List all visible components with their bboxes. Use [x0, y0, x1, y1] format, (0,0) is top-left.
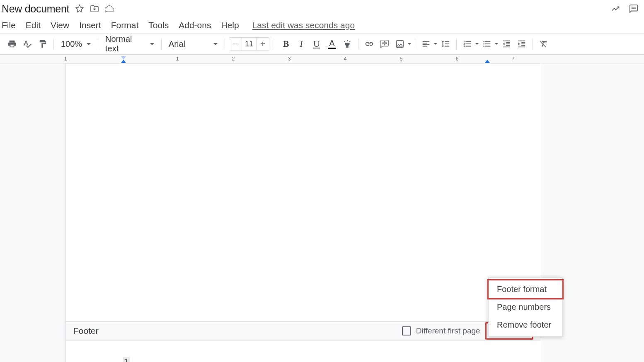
footer-options-menu: Footer format Page numbers Remove footer	[488, 278, 563, 337]
separator	[275, 39, 275, 49]
menu-opt-remove-footer[interactable]: Remove footer	[489, 316, 562, 334]
font-family-select[interactable]: Arial	[165, 39, 221, 49]
ruler-mark: 3	[288, 56, 291, 62]
menu-addons[interactable]: Add-ons	[179, 20, 211, 30]
align-left-icon	[419, 37, 433, 51]
zoom-select[interactable]: 100%	[58, 39, 94, 49]
highlight-color-button[interactable]	[340, 37, 354, 51]
decrease-indent-icon[interactable]	[499, 37, 513, 51]
menu-opt-footer-format[interactable]: Footer format	[487, 279, 564, 299]
comments-icon[interactable]	[629, 4, 638, 13]
last-edit-link[interactable]: Last edit was seconds ago	[252, 20, 355, 30]
left-indent-marker[interactable]	[121, 60, 126, 63]
insert-image-button[interactable]	[393, 37, 411, 51]
print-icon[interactable]	[5, 37, 19, 51]
decrease-font-size-button[interactable]: −	[229, 38, 242, 50]
bulleted-list-icon	[480, 37, 494, 51]
separator	[415, 39, 415, 49]
activity-icon[interactable]	[611, 4, 620, 13]
font-size-input[interactable]	[242, 38, 257, 50]
increase-font-size-button[interactable]: +	[257, 38, 269, 50]
first-line-indent-marker[interactable]	[121, 56, 126, 60]
zoom-value: 100%	[61, 39, 82, 49]
different-first-page-checkbox[interactable]	[402, 326, 411, 335]
ruler-mark: 1	[176, 56, 179, 62]
font-size-group: − +	[229, 37, 269, 51]
italic-button[interactable]: I	[294, 37, 308, 51]
spellcheck-icon[interactable]	[20, 37, 34, 51]
page[interactable]: Footer Different first page Options 1	[65, 64, 541, 362]
bulleted-list-button[interactable]	[480, 37, 498, 51]
ruler-mark: 6	[456, 56, 459, 62]
different-first-page-label: Different first page	[416, 326, 480, 335]
menu-help[interactable]: Help	[221, 20, 239, 30]
ruler-mark: 2	[232, 56, 235, 62]
document-title[interactable]: New document	[2, 3, 69, 15]
separator	[53, 39, 54, 49]
line-spacing-icon[interactable]	[438, 37, 453, 51]
menu-file[interactable]: File	[2, 20, 16, 30]
underline-button[interactable]: U	[310, 37, 324, 51]
menu-opt-page-numbers[interactable]: Page numbers	[489, 298, 562, 316]
ruler-mark: 1	[64, 56, 67, 62]
ruler-mark: 7	[512, 56, 515, 62]
ruler-mark: 4	[344, 56, 347, 62]
clear-formatting-icon[interactable]	[537, 37, 551, 51]
separator	[456, 39, 457, 49]
insert-link-icon[interactable]	[362, 37, 376, 51]
separator	[161, 39, 162, 49]
footer-label: Footer	[73, 326, 99, 336]
chevron-down-icon	[87, 43, 91, 45]
ruler-mark: 5	[400, 56, 403, 62]
footer-page-number[interactable]: 1	[123, 357, 130, 362]
menu-insert[interactable]: Insert	[79, 20, 101, 30]
ruler[interactable]: 1 1 2 3 4 5 6 7	[0, 55, 644, 64]
style-value: Normal text	[105, 34, 146, 53]
align-button[interactable]	[419, 37, 437, 51]
chevron-down-icon	[434, 43, 437, 45]
increase-indent-icon[interactable]	[515, 37, 529, 51]
paint-format-icon[interactable]	[36, 37, 50, 51]
separator	[358, 39, 358, 49]
paragraph-style-select[interactable]: Normal text	[102, 34, 157, 53]
chevron-down-icon	[495, 43, 498, 45]
menu-view[interactable]: View	[51, 20, 69, 30]
separator	[533, 39, 533, 49]
star-icon[interactable]	[75, 4, 84, 13]
right-indent-marker[interactable]	[485, 60, 490, 63]
cloud-status-icon[interactable]	[105, 4, 114, 13]
menu-bar: File Edit View Insert Format Tools Add-o…	[0, 17, 644, 33]
footer-content-area[interactable]: 1	[66, 340, 541, 362]
toolbar: 100% Normal text Arial − + B I U A	[0, 33, 644, 55]
chevron-down-icon	[150, 43, 154, 45]
text-color-button[interactable]: A	[325, 37, 339, 51]
numbered-list-button[interactable]	[460, 37, 479, 51]
bold-button[interactable]: B	[279, 37, 293, 51]
menu-format[interactable]: Format	[111, 20, 139, 30]
chevron-down-icon	[213, 43, 218, 45]
separator	[98, 39, 98, 49]
image-icon	[393, 37, 407, 51]
title-bar: New document	[0, 0, 644, 17]
move-to-folder-icon[interactable]	[90, 4, 99, 13]
font-value: Arial	[169, 39, 185, 49]
footer-bar: Footer Different first page Options	[66, 321, 541, 340]
chevron-down-icon	[475, 43, 479, 45]
separator	[225, 39, 225, 49]
numbered-list-icon	[460, 37, 475, 51]
menu-edit[interactable]: Edit	[26, 20, 41, 30]
menu-tools[interactable]: Tools	[148, 20, 169, 30]
chevron-down-icon	[408, 43, 411, 45]
add-comment-icon[interactable]	[378, 37, 392, 51]
